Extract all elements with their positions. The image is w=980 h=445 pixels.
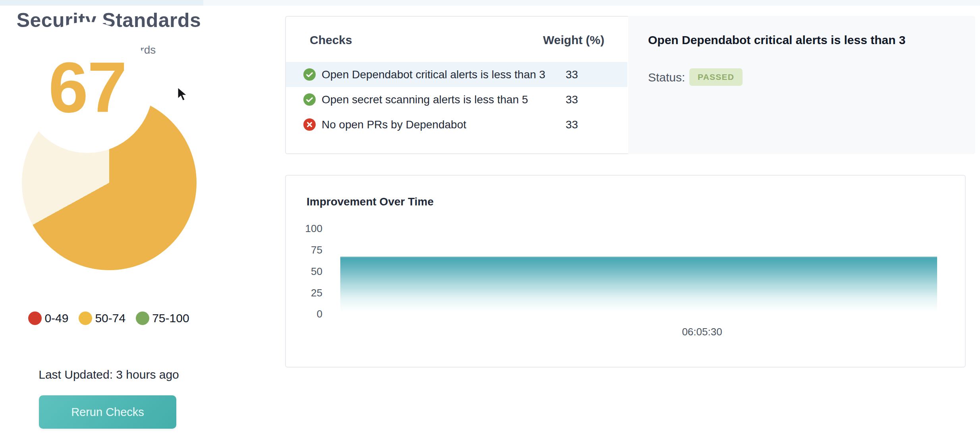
legend-label: 75-100 <box>152 312 189 325</box>
y-axis-tick: 75 <box>285 244 322 255</box>
left-panel: Security Standards Security Standards 67… <box>0 0 218 445</box>
check-weight: 33 <box>540 93 604 106</box>
legend-item-low: 0-49 <box>28 312 68 325</box>
score-ring-inner: 67 <box>22 22 153 153</box>
rerun-checks-button[interactable]: Rerun Checks <box>39 395 176 429</box>
x-axis-tick: 06:05:30 <box>658 326 746 338</box>
legend-item-high: 75-100 <box>136 312 189 325</box>
check-failed-icon <box>303 118 316 131</box>
check-detail-title: Open Dependabot critical alerts is less … <box>648 33 906 47</box>
last-updated-text: Last Updated: 3 hours ago <box>0 368 218 381</box>
checks-column-header: Checks <box>310 33 352 47</box>
area-series <box>340 257 937 313</box>
score-legend: 0-49 50-74 75-100 <box>0 312 218 325</box>
check-label: No open PRs by Dependabot <box>322 118 466 131</box>
security-standards-page: Security Standards Security Standards 67… <box>0 0 980 445</box>
check-label: Open Dependabot critical alerts is less … <box>322 68 545 81</box>
score-value: 67 <box>48 52 126 123</box>
check-weight: 33 <box>540 118 604 131</box>
status-label: Status: <box>648 71 685 84</box>
y-axis-tick: 100 <box>285 223 322 234</box>
y-axis-tick: 50 <box>285 266 322 277</box>
legend-label: 50-74 <box>95 312 125 325</box>
legend-item-mid: 50-74 <box>79 312 125 325</box>
legend-dot-amber <box>79 312 92 325</box>
check-passed-icon <box>303 68 316 81</box>
chart-title: Improvement Over Time <box>307 195 434 208</box>
status-badge: PASSED <box>689 68 743 86</box>
y-axis-tick: 25 <box>285 287 322 298</box>
check-passed-icon <box>303 93 316 106</box>
check-weight: 33 <box>540 68 604 81</box>
legend-dot-green <box>136 312 149 325</box>
legend-dot-red <box>28 312 42 325</box>
weight-column-header: Weight (%) <box>516 33 604 47</box>
check-label: Open secret scanning alerts is less than… <box>322 93 528 106</box>
y-axis-tick: 0 <box>285 308 322 319</box>
legend-label: 0-49 <box>44 312 68 325</box>
